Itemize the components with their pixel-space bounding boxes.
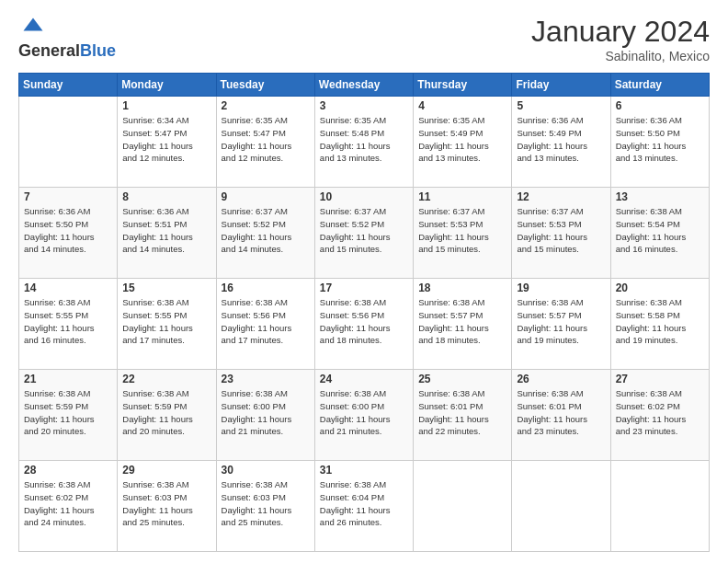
day-info: Sunrise: 6:38 AMSunset: 5:56 PMDaylight:…	[320, 296, 408, 347]
page: General Blue January 2024 Sabinalito, Me…	[0, 0, 728, 563]
day-number: 30	[222, 464, 310, 477]
calendar-day-cell: 18Sunrise: 6:38 AMSunset: 5:57 PMDayligh…	[414, 279, 512, 370]
day-info: Sunrise: 6:38 AMSunset: 6:00 PMDaylight:…	[320, 387, 408, 438]
calendar-day-cell: 25Sunrise: 6:38 AMSunset: 6:01 PMDayligh…	[414, 370, 512, 461]
day-number: 13	[616, 190, 704, 203]
calendar-day-cell: 12Sunrise: 6:37 AMSunset: 5:53 PMDayligh…	[512, 188, 610, 279]
day-number: 18	[418, 282, 506, 294]
day-info: Sunrise: 6:35 AMSunset: 5:48 PMDaylight:…	[320, 114, 408, 165]
day-info: Sunrise: 6:38 AMSunset: 5:57 PMDaylight:…	[517, 296, 605, 347]
day-info: Sunrise: 6:38 AMSunset: 5:54 PMDaylight:…	[616, 205, 704, 256]
calendar-week-row: 7Sunrise: 6:36 AMSunset: 5:50 PMDaylight…	[19, 188, 710, 279]
logo-icon	[20, 15, 46, 40]
calendar-day-cell: 30Sunrise: 6:38 AMSunset: 6:03 PMDayligh…	[216, 461, 314, 552]
day-number: 25	[418, 373, 506, 385]
calendar-day-cell: 31Sunrise: 6:38 AMSunset: 6:04 PMDayligh…	[314, 461, 413, 552]
day-number: 7	[24, 190, 112, 203]
calendar-day-cell: 24Sunrise: 6:38 AMSunset: 6:00 PMDayligh…	[314, 370, 413, 461]
calendar-day-cell: 21Sunrise: 6:38 AMSunset: 5:59 PMDayligh…	[19, 370, 118, 461]
day-info: Sunrise: 6:38 AMSunset: 5:59 PMDaylight:…	[24, 387, 112, 438]
calendar-day-cell: 20Sunrise: 6:38 AMSunset: 5:58 PMDayligh…	[610, 279, 709, 370]
calendar-week-row: 21Sunrise: 6:38 AMSunset: 5:59 PMDayligh…	[19, 370, 710, 461]
day-number: 26	[517, 373, 605, 385]
calendar-day-cell: 6Sunrise: 6:36 AMSunset: 5:50 PMDaylight…	[610, 97, 709, 188]
day-info: Sunrise: 6:36 AMSunset: 5:50 PMDaylight:…	[616, 114, 704, 165]
day-number: 22	[122, 373, 210, 385]
day-info: Sunrise: 6:38 AMSunset: 6:00 PMDaylight:…	[222, 387, 310, 438]
calendar-day-cell: 17Sunrise: 6:38 AMSunset: 5:56 PMDayligh…	[314, 279, 413, 370]
title-block: January 2024 Sabinalito, Mexico	[531, 15, 710, 63]
day-info: Sunrise: 6:38 AMSunset: 6:02 PMDaylight:…	[616, 387, 704, 438]
calendar-day-cell: 8Sunrise: 6:36 AMSunset: 5:51 PMDaylight…	[118, 188, 216, 279]
day-number: 2	[222, 99, 310, 112]
day-info: Sunrise: 6:34 AMSunset: 5:47 PMDaylight:…	[122, 114, 210, 165]
day-number: 15	[122, 282, 210, 294]
day-info: Sunrise: 6:37 AMSunset: 5:52 PMDaylight:…	[320, 205, 408, 256]
calendar-day-cell: 28Sunrise: 6:38 AMSunset: 6:02 PMDayligh…	[19, 461, 118, 552]
calendar-day-cell	[610, 461, 709, 552]
calendar-day-cell: 7Sunrise: 6:36 AMSunset: 5:50 PMDaylight…	[19, 188, 118, 279]
day-number: 21	[24, 373, 112, 385]
calendar-day-cell	[414, 461, 512, 552]
day-number: 24	[320, 373, 408, 385]
calendar-day-cell: 9Sunrise: 6:37 AMSunset: 5:52 PMDaylight…	[216, 188, 314, 279]
logo-general-text: General	[18, 42, 80, 59]
day-number: 19	[517, 282, 605, 294]
day-number: 1	[122, 99, 210, 112]
day-info: Sunrise: 6:35 AMSunset: 5:47 PMDaylight:…	[222, 114, 310, 165]
day-number: 31	[320, 464, 408, 477]
day-info: Sunrise: 6:38 AMSunset: 6:01 PMDaylight:…	[418, 387, 506, 438]
day-of-week-header: Tuesday	[216, 74, 314, 97]
day-number: 16	[222, 282, 310, 294]
day-number: 11	[418, 190, 506, 203]
day-number: 28	[24, 464, 112, 477]
day-of-week-header: Saturday	[610, 74, 709, 97]
calendar-day-cell: 22Sunrise: 6:38 AMSunset: 5:59 PMDayligh…	[118, 370, 216, 461]
calendar-day-cell: 26Sunrise: 6:38 AMSunset: 6:01 PMDayligh…	[512, 370, 610, 461]
day-number: 23	[222, 373, 310, 385]
day-info: Sunrise: 6:38 AMSunset: 6:01 PMDaylight:…	[517, 387, 605, 438]
calendar-day-cell: 5Sunrise: 6:36 AMSunset: 5:49 PMDaylight…	[512, 97, 610, 188]
day-info: Sunrise: 6:38 AMSunset: 5:55 PMDaylight:…	[24, 296, 112, 347]
calendar-day-cell: 27Sunrise: 6:38 AMSunset: 6:02 PMDayligh…	[610, 370, 709, 461]
day-number: 3	[320, 99, 408, 112]
calendar-day-cell: 29Sunrise: 6:38 AMSunset: 6:03 PMDayligh…	[118, 461, 216, 552]
calendar-day-cell: 15Sunrise: 6:38 AMSunset: 5:55 PMDayligh…	[118, 279, 216, 370]
logo: General Blue	[18, 15, 116, 59]
day-number: 8	[122, 190, 210, 203]
calendar-day-cell: 11Sunrise: 6:37 AMSunset: 5:53 PMDayligh…	[414, 188, 512, 279]
day-info: Sunrise: 6:37 AMSunset: 5:53 PMDaylight:…	[418, 205, 506, 256]
day-info: Sunrise: 6:36 AMSunset: 5:49 PMDaylight:…	[517, 114, 605, 165]
calendar-day-cell: 3Sunrise: 6:35 AMSunset: 5:48 PMDaylight…	[314, 97, 413, 188]
logo-blue-text: Blue	[80, 42, 116, 59]
calendar-week-row: 28Sunrise: 6:38 AMSunset: 6:02 PMDayligh…	[19, 461, 710, 552]
day-number: 12	[517, 190, 605, 203]
day-number: 27	[616, 373, 704, 385]
location-subtitle: Sabinalito, Mexico	[531, 49, 710, 63]
day-info: Sunrise: 6:37 AMSunset: 5:52 PMDaylight:…	[222, 205, 310, 256]
header: General Blue January 2024 Sabinalito, Me…	[18, 15, 710, 63]
day-info: Sunrise: 6:37 AMSunset: 5:53 PMDaylight:…	[517, 205, 605, 256]
day-info: Sunrise: 6:38 AMSunset: 6:02 PMDaylight:…	[24, 478, 112, 529]
calendar-header-row: SundayMondayTuesdayWednesdayThursdayFrid…	[19, 74, 710, 97]
day-info: Sunrise: 6:35 AMSunset: 5:49 PMDaylight:…	[418, 114, 506, 165]
calendar-day-cell: 10Sunrise: 6:37 AMSunset: 5:52 PMDayligh…	[314, 188, 413, 279]
day-number: 9	[222, 190, 310, 203]
day-info: Sunrise: 6:38 AMSunset: 5:57 PMDaylight:…	[418, 296, 506, 347]
calendar-week-row: 14Sunrise: 6:38 AMSunset: 5:55 PMDayligh…	[19, 279, 710, 370]
day-info: Sunrise: 6:38 AMSunset: 5:58 PMDaylight:…	[616, 296, 704, 347]
day-number: 29	[122, 464, 210, 477]
day-info: Sunrise: 6:36 AMSunset: 5:50 PMDaylight:…	[24, 205, 112, 256]
calendar-day-cell: 19Sunrise: 6:38 AMSunset: 5:57 PMDayligh…	[512, 279, 610, 370]
day-info: Sunrise: 6:38 AMSunset: 6:04 PMDaylight:…	[320, 478, 408, 529]
day-info: Sunrise: 6:38 AMSunset: 5:56 PMDaylight:…	[222, 296, 310, 347]
day-number: 10	[320, 190, 408, 203]
day-info: Sunrise: 6:38 AMSunset: 5:59 PMDaylight:…	[122, 387, 210, 438]
calendar-day-cell: 2Sunrise: 6:35 AMSunset: 5:47 PMDaylight…	[216, 97, 314, 188]
day-number: 5	[517, 99, 605, 112]
calendar-week-row: 1Sunrise: 6:34 AMSunset: 5:47 PMDaylight…	[19, 97, 710, 188]
calendar-table: SundayMondayTuesdayWednesdayThursdayFrid…	[18, 73, 710, 552]
svg-marker-0	[24, 18, 43, 31]
day-info: Sunrise: 6:38 AMSunset: 6:03 PMDaylight:…	[122, 478, 210, 529]
day-number: 17	[320, 282, 408, 294]
